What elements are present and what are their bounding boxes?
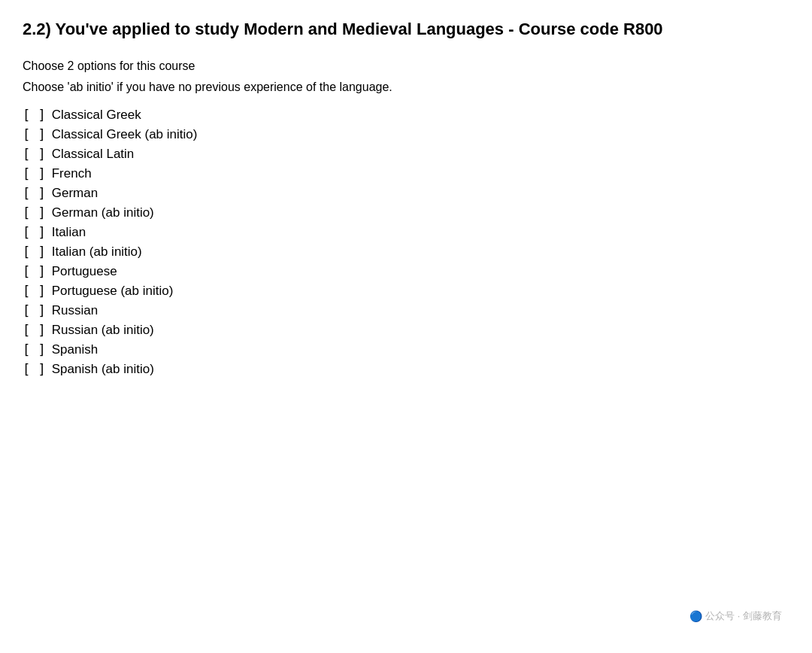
list-item[interactable]: [ ]Classical Latin — [23, 147, 789, 162]
checkbox-bracket[interactable]: [ ] — [23, 166, 46, 181]
checkbox-bracket[interactable]: [ ] — [23, 323, 46, 338]
list-item[interactable]: [ ]Italian (ab initio) — [23, 244, 789, 260]
option-label: German (ab initio) — [52, 205, 154, 220]
list-item[interactable]: [ ]German — [23, 186, 789, 201]
checkbox-bracket[interactable]: [ ] — [23, 342, 46, 357]
checkbox-bracket[interactable]: [ ] — [23, 284, 46, 299]
option-label: Classical Greek — [52, 108, 141, 123]
watermark-text: 公众号 · 剑藤教育 — [705, 609, 782, 623]
checkbox-bracket[interactable]: [ ] — [23, 362, 46, 377]
option-label: German — [52, 186, 98, 201]
options-list: [ ]Classical Greek[ ]Classical Greek (ab… — [23, 108, 789, 377]
list-item[interactable]: [ ]Classical Greek — [23, 108, 789, 123]
option-label: Russian — [52, 303, 98, 318]
option-label: Spanish (ab initio) — [52, 362, 154, 377]
checkbox-bracket[interactable]: [ ] — [23, 264, 46, 279]
list-item[interactable]: [ ]German (ab initio) — [23, 205, 789, 220]
checkbox-bracket[interactable]: [ ] — [23, 127, 46, 142]
list-item[interactable]: [ ]Portuguese — [23, 264, 789, 279]
option-label: Spanish — [52, 342, 98, 357]
option-label: Italian — [52, 225, 86, 240]
page-title: 2.2) You've applied to study Modern and … — [23, 18, 789, 41]
list-item[interactable]: [ ]Spanish — [23, 342, 789, 357]
instruction-primary: Choose 2 options for this course — [23, 59, 789, 73]
list-item[interactable]: [ ]Russian (ab initio) — [23, 323, 789, 338]
option-label: Classical Latin — [52, 147, 135, 162]
watermark: 🔵 公众号 · 剑藤教育 — [689, 609, 782, 623]
checkbox-bracket[interactable]: [ ] — [23, 186, 46, 201]
checkbox-bracket[interactable]: [ ] — [23, 108, 46, 123]
option-label: French — [52, 166, 92, 181]
list-item[interactable]: [ ]Spanish (ab initio) — [23, 362, 789, 377]
option-label: Portuguese (ab initio) — [52, 284, 174, 299]
option-label: Classical Greek (ab initio) — [52, 127, 198, 142]
list-item[interactable]: [ ]Portuguese (ab initio) — [23, 284, 789, 299]
option-label: Italian (ab initio) — [52, 244, 142, 260]
option-label: Portuguese — [52, 264, 117, 279]
list-item[interactable]: [ ]Classical Greek (ab initio) — [23, 127, 789, 142]
checkbox-bracket[interactable]: [ ] — [23, 147, 46, 162]
list-item[interactable]: [ ]Russian — [23, 303, 789, 318]
checkbox-bracket[interactable]: [ ] — [23, 205, 46, 220]
checkbox-bracket[interactable]: [ ] — [23, 225, 46, 240]
checkbox-bracket[interactable]: [ ] — [23, 303, 46, 318]
option-label: Russian (ab initio) — [52, 323, 154, 338]
list-item[interactable]: [ ]Italian — [23, 225, 789, 240]
watermark-icon: 🔵 — [689, 610, 702, 622]
list-item[interactable]: [ ]French — [23, 166, 789, 181]
checkbox-bracket[interactable]: [ ] — [23, 244, 46, 260]
instruction-secondary: Choose 'ab initio' if you have no previo… — [23, 80, 789, 94]
